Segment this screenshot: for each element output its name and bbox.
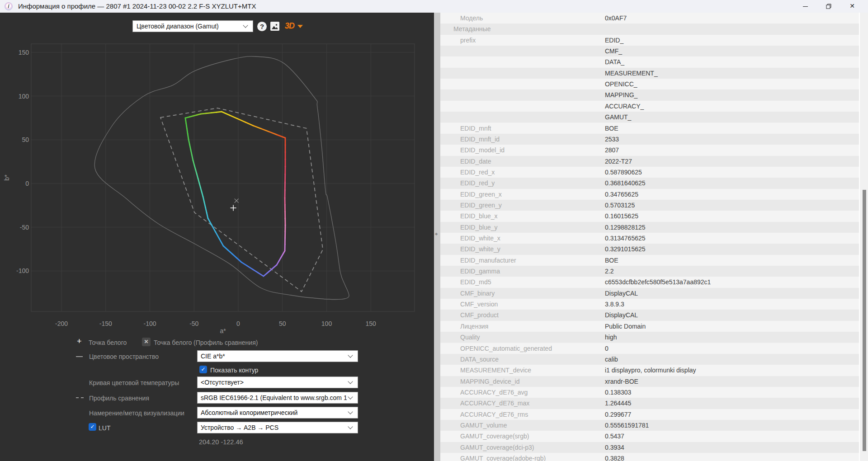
table-row[interactable]: EDID_model_id2807: [440, 145, 859, 155]
table-row[interactable]: DATA_sourcecalib: [440, 354, 859, 365]
table-row[interactable]: GAMUT_: [440, 112, 859, 122]
table-row[interactable]: OPENICC_automatic_generated0: [440, 343, 859, 354]
row-label: EDID_red_y: [460, 179, 495, 187]
row-label: EDID_date: [460, 158, 491, 165]
table-row[interactable]: EDID_red_y0.3681640625: [440, 178, 859, 188]
table-row[interactable]: Qualityhigh: [440, 332, 859, 343]
row-value: xrandr-BOE: [605, 378, 638, 385]
panel-splitter[interactable]: ◆: [434, 13, 440, 461]
row-label: CMF_version: [460, 301, 498, 308]
row-label: CMF_product: [460, 311, 499, 319]
table-row[interactable]: GAMUT_coverage(dci-p3)0.3934: [440, 442, 859, 453]
row-label: prefix: [460, 37, 476, 44]
row-label: EDID_blue_x: [460, 212, 498, 220]
table-row[interactable]: MAPPING_: [440, 89, 859, 100]
row-label: EDID_manufacturer: [460, 257, 516, 264]
splitter-grip-icon: ◆: [435, 232, 437, 236]
table-row[interactable]: EDID_blue_y0.1298828125: [440, 222, 859, 233]
row-value: calib: [605, 356, 618, 363]
table-row[interactable]: EDID_blue_x0.16015625: [440, 211, 859, 221]
row-label: EDID_mnft: [460, 125, 491, 132]
row-label: EDID_white_y: [460, 245, 500, 253]
table-row[interactable]: Метаданные: [440, 24, 859, 34]
table-row[interactable]: CMF_version3.8.9.3: [440, 299, 859, 310]
row-label: GAMUT_coverage(adobe-rgb): [460, 455, 546, 461]
chevron-down-icon: [348, 394, 353, 399]
svg-text:50: 50: [279, 320, 286, 327]
table-row[interactable]: EDID_green_y0.5703125: [440, 200, 859, 211]
table-row[interactable]: EDID_red_x0.587890625: [440, 167, 859, 178]
lut-checkbox[interactable]: ✓: [89, 423, 96, 431]
table-row[interactable]: MEASUREMENT_devicei1 displaypro, colormu…: [440, 365, 859, 376]
app-info-icon: i: [5, 2, 13, 10]
maximize-button[interactable]: [818, 0, 839, 13]
table-row[interactable]: GAMUT_volume0.55561591781: [440, 420, 859, 431]
table-row[interactable]: ЛицензияPublic Domain: [440, 321, 859, 332]
table-row[interactable]: GAMUT_coverage(adobe-rgb)0.3828: [440, 453, 859, 461]
show-outline-checkbox[interactable]: ✓: [199, 366, 207, 373]
table-row[interactable]: CMF_: [440, 46, 859, 56]
row-label: Лицензия: [460, 323, 488, 330]
table-row[interactable]: EDID_mnftBOE: [440, 123, 859, 134]
table-row[interactable]: OPENICC_: [440, 79, 859, 89]
row-value: 0.16015625: [605, 212, 638, 220]
table-row[interactable]: ACCURACY_dE76_rms0.299677: [440, 409, 859, 420]
row-label: MEASUREMENT_device: [460, 367, 531, 374]
temperature-curve-select[interactable]: <Отсутствует>: [197, 376, 358, 388]
scrollbar-track[interactable]: [859, 13, 868, 461]
table-row[interactable]: prefixEDID_: [440, 35, 859, 46]
row-label: EDID_mnft_id: [460, 136, 500, 143]
table-row[interactable]: Модель0x0AF7: [440, 13, 859, 24]
table-row[interactable]: CMF_binaryDisplayCAL: [440, 288, 859, 299]
row-value: MAPPING_: [605, 91, 637, 99]
svg-text:0: 0: [25, 180, 29, 187]
rendering-intent-select[interactable]: Абсолютный колориметрический: [197, 407, 358, 419]
table-row[interactable]: EDID_md5c6553dcfbb2efc580f5e513a7aa892c1: [440, 277, 859, 287]
show-outline-label: Показать контур: [210, 367, 258, 374]
table-row[interactable]: EDID_gamma2.2: [440, 266, 859, 277]
chevron-down-icon: [348, 353, 353, 358]
svg-text:100: 100: [321, 320, 332, 327]
row-value: high: [605, 334, 617, 341]
table-row[interactable]: MAPPING_device_idxrandr-BOE: [440, 376, 859, 387]
row-label: EDID_md5: [460, 278, 491, 286]
table-row[interactable]: ACCURACY_dE76_avg0.138303: [440, 387, 859, 398]
row-value: 1.264445: [605, 400, 631, 407]
svg-text:50: 50: [22, 136, 29, 143]
row-value: 0x0AF7: [605, 14, 627, 22]
table-row[interactable]: ACCURACY_dE76_max1.264445: [440, 398, 859, 409]
table-row[interactable]: ACCURACY_: [440, 101, 859, 112]
row-value: 2807: [605, 146, 619, 154]
table-row[interactable]: MEASUREMENT_: [440, 68, 859, 79]
svg-text:0: 0: [236, 320, 240, 327]
table-row[interactable]: EDID_white_x0.3134765625: [440, 233, 859, 244]
svg-text:-150: -150: [99, 320, 112, 327]
svg-text:b*: b*: [3, 174, 10, 181]
window-title: Информация о профиле — 2807 #1 2024-11-2…: [18, 2, 256, 10]
row-label: DATA_source: [460, 356, 499, 363]
comparison-profile-label: Профиль сравнения: [89, 395, 149, 402]
svg-text:-100: -100: [144, 320, 156, 327]
table-row[interactable]: CMF_productDisplayCAL: [440, 310, 859, 320]
close-button[interactable]: ✕: [842, 0, 863, 13]
row-value: GAMUT_: [605, 113, 631, 121]
row-label: EDID_red_x: [460, 169, 495, 176]
row-label: EDID_blue_y: [460, 224, 498, 231]
row-value: 0.1298828125: [605, 224, 646, 231]
table-row[interactable]: EDID_white_y0.3291015625: [440, 244, 859, 254]
table-row[interactable]: GAMUT_coverage(srgb)0.5437: [440, 431, 859, 442]
minimize-button[interactable]: [795, 0, 816, 13]
table-row[interactable]: DATA_: [440, 56, 859, 67]
table-row[interactable]: EDID_manufacturerBOE: [440, 255, 859, 266]
comparison-profile-select[interactable]: sRGB IEC61966-2.1 (Equivalent to www.srg…: [197, 392, 358, 404]
row-value: i1 displaypro, colormunki display: [605, 367, 696, 374]
row-value: OPENICC_: [605, 80, 637, 88]
lut-direction-select[interactable]: Устройство → A2B → PCS: [197, 422, 358, 433]
table-row[interactable]: EDID_green_x0.34765625: [440, 189, 859, 200]
scrollbar-thumb[interactable]: [863, 190, 866, 451]
row-value: CMF_: [605, 47, 622, 55]
table-row[interactable]: EDID_mnft_id2533: [440, 134, 859, 145]
row-value: c6553dcfbb2efc580f5e513a7aa892c1: [605, 278, 711, 286]
colorspace-select[interactable]: CIE a*b*: [197, 350, 358, 362]
table-row[interactable]: EDID_date2022-T27: [440, 156, 859, 167]
